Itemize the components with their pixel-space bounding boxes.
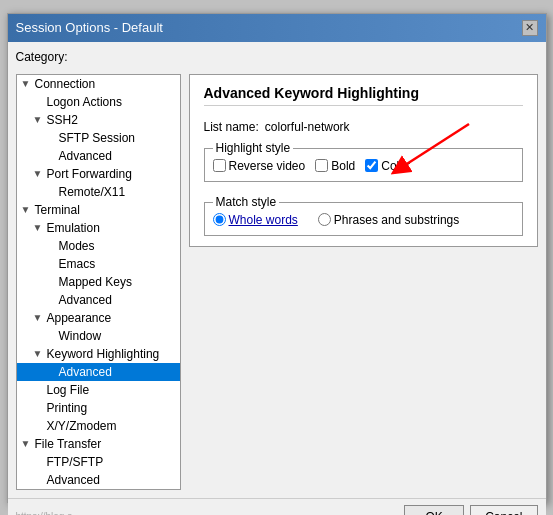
checkbox-input-color[interactable] (365, 159, 378, 172)
checkbox-input-reverse-video[interactable] (213, 159, 226, 172)
highlight-checkboxes: Reverse videoBoldColor (213, 155, 514, 173)
category-tree[interactable]: ▼ConnectionLogon Actions▼SSH2SFTP Sessio… (16, 74, 181, 490)
tree-item-advanced-terminal[interactable]: Advanced (17, 291, 180, 309)
tree-label-connection: Connection (35, 77, 96, 91)
tree-label-advanced-terminal: Advanced (59, 293, 112, 307)
tree-item-port-forwarding[interactable]: ▼Port Forwarding (17, 165, 180, 183)
tree-label-modes: Modes (59, 239, 95, 253)
tree-item-remote-x11[interactable]: Remote/X11 (17, 183, 180, 201)
tree-label-advanced-kw: Advanced (59, 365, 112, 379)
tree-item-emacs[interactable]: Emacs (17, 255, 180, 273)
radio-input-phrases[interactable] (318, 213, 331, 226)
checkbox-label-color: Color (381, 159, 410, 173)
tree-label-emacs: Emacs (59, 257, 96, 271)
tree-item-ftp-sftp[interactable]: FTP/SFTP (17, 453, 180, 471)
tree-item-sftp-session[interactable]: SFTP Session (17, 129, 180, 147)
radio-whole-words[interactable]: Whole words (213, 213, 298, 227)
tree-item-emulation[interactable]: ▼Emulation (17, 219, 180, 237)
match-radios: Whole wordsPhrases and substrings (213, 209, 514, 227)
right-panel-wrapper: Advanced Keyword Highlighting List name:… (189, 74, 538, 490)
title-bar: Session Options - Default ✕ (8, 14, 546, 42)
watermark: https://blog.s... (16, 511, 81, 515)
tree-item-advanced-ssh2[interactable]: Advanced (17, 147, 180, 165)
tree-label-ssh2: SSH2 (47, 113, 78, 127)
tree-item-connection[interactable]: ▼Connection (17, 75, 180, 93)
tree-item-advanced-ft[interactable]: Advanced (17, 471, 180, 489)
tree-item-window[interactable]: Window (17, 327, 180, 345)
tree-label-file-transfer: File Transfer (35, 437, 102, 451)
right-panel: Advanced Keyword Highlighting List name:… (189, 74, 538, 247)
tree-item-terminal[interactable]: ▼Terminal (17, 201, 180, 219)
list-name-label: List name: (204, 120, 259, 134)
highlight-style-group: Highlight style Reverse videoBoldColor (204, 148, 523, 182)
tree-label-port-forwarding: Port Forwarding (47, 167, 132, 181)
tree-item-advanced-kw[interactable]: Advanced (17, 363, 180, 381)
tree-label-ftp-sftp: FTP/SFTP (47, 455, 104, 469)
checkbox-color[interactable]: Color (365, 159, 410, 173)
tree-label-xy-zmodem: X/Y/Zmodem (47, 419, 117, 433)
tree-item-ssh2[interactable]: ▼SSH2 (17, 111, 180, 129)
cancel-button[interactable]: Cancel (470, 505, 537, 516)
checkbox-input-bold[interactable] (315, 159, 328, 172)
tree-label-remote-x11: Remote/X11 (59, 185, 126, 199)
panel-title: Advanced Keyword Highlighting (204, 85, 523, 106)
tree-label-logon-actions: Logon Actions (47, 95, 122, 109)
tree-label-keyword-highlighting: Keyword Highlighting (47, 347, 160, 361)
dialog-title: Session Options - Default (16, 20, 163, 35)
dialog-body: Category: ▼ConnectionLogon Actions▼SSH2S… (8, 42, 546, 498)
tree-label-log-file: Log File (47, 383, 90, 397)
tree-label-sftp-session: SFTP Session (59, 131, 135, 145)
checkbox-reverse-video[interactable]: Reverse video (213, 159, 306, 173)
list-name-value: colorful-network (265, 120, 350, 134)
tree-label-mapped-keys: Mapped Keys (59, 275, 132, 289)
tree-item-log-file[interactable]: Log File (17, 381, 180, 399)
radio-input-whole-words[interactable] (213, 213, 226, 226)
tree-item-logon-actions[interactable]: Logon Actions (17, 93, 180, 111)
highlight-style-legend: Highlight style (213, 141, 294, 155)
category-label: Category: (16, 50, 538, 64)
checkbox-label-reverse-video: Reverse video (229, 159, 306, 173)
tree-item-keyword-highlighting[interactable]: ▼Keyword Highlighting (17, 345, 180, 363)
tree-label-advanced-ssh2: Advanced (59, 149, 112, 163)
tree-label-window: Window (59, 329, 102, 343)
tree-item-modes[interactable]: Modes (17, 237, 180, 255)
dialog-footer: https://blog.s... OK Cancel (8, 498, 546, 516)
tree-item-file-transfer[interactable]: ▼File Transfer (17, 435, 180, 453)
tree-label-advanced-ft: Advanced (47, 473, 100, 487)
tree-item-appearance[interactable]: ▼Appearance (17, 309, 180, 327)
checkbox-bold[interactable]: Bold (315, 159, 355, 173)
tree-label-emulation: Emulation (47, 221, 100, 235)
radio-label-whole-words: Whole words (229, 213, 298, 227)
list-name-row: List name: colorful-network (204, 120, 523, 134)
close-button[interactable]: ✕ (522, 20, 538, 36)
tree-label-printing: Printing (47, 401, 88, 415)
radio-phrases[interactable]: Phrases and substrings (318, 213, 459, 227)
main-area: ▼ConnectionLogon Actions▼SSH2SFTP Sessio… (16, 74, 538, 490)
tree-item-xy-zmodem[interactable]: X/Y/Zmodem (17, 417, 180, 435)
session-options-dialog: Session Options - Default ✕ Category: ▼C… (7, 13, 547, 503)
radio-label-phrases: Phrases and substrings (334, 213, 459, 227)
checkbox-label-bold: Bold (331, 159, 355, 173)
tree-label-appearance: Appearance (47, 311, 112, 325)
tree-label-terminal: Terminal (35, 203, 80, 217)
match-style-legend: Match style (213, 195, 280, 209)
ok-button[interactable]: OK (404, 505, 464, 516)
match-style-group: Match style Whole wordsPhrases and subst… (204, 202, 523, 236)
tree-item-mapped-keys[interactable]: Mapped Keys (17, 273, 180, 291)
tree-item-printing[interactable]: Printing (17, 399, 180, 417)
